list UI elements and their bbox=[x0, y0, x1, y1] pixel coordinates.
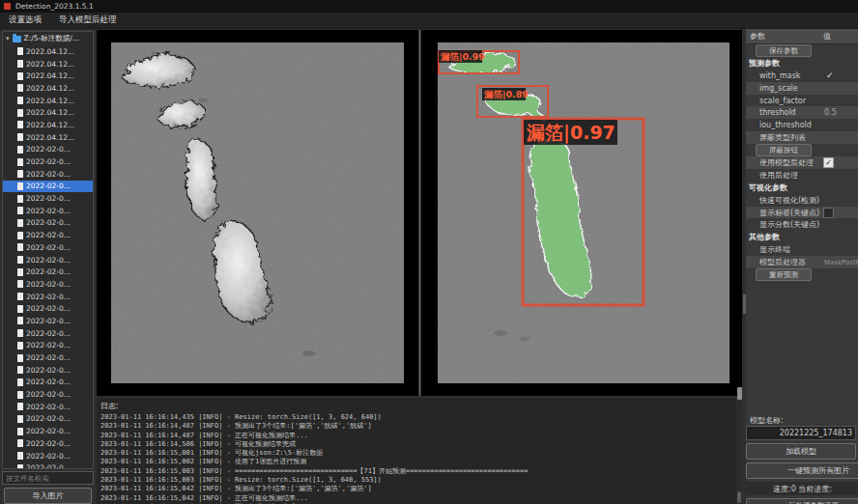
tree-item[interactable]: 2022-02-0... bbox=[3, 278, 93, 291]
param-row[interactable]: threshold0.5 bbox=[746, 106, 858, 119]
file-icon bbox=[17, 146, 23, 154]
model-name-field[interactable]: 20221225_174813 bbox=[746, 426, 856, 440]
param-row[interactable]: 显示终端 bbox=[746, 243, 858, 256]
tree-item[interactable]: 2022-02-0... bbox=[3, 413, 93, 426]
original-image-panel[interactable] bbox=[97, 30, 418, 396]
tree-item[interactable]: 2022-02-0... bbox=[3, 302, 93, 315]
file-icon bbox=[17, 329, 23, 337]
tree-item[interactable]: 2022-02-0... bbox=[3, 241, 93, 254]
tree-item[interactable]: 2022-02-0... bbox=[3, 377, 93, 389]
file-icon bbox=[17, 47, 23, 55]
tree-item[interactable]: 2022-02-0... bbox=[3, 291, 93, 303]
file-tree-panel: ▾ Z:/5-标注数据/... 2022.04.12...2022.04.12.… bbox=[2, 31, 94, 469]
tree-item-label: 2022-02-0... bbox=[26, 293, 71, 301]
tree-item[interactable]: 2022.04.12... bbox=[3, 58, 93, 70]
param-button[interactable]: 保存参数 bbox=[756, 44, 812, 57]
tree-item-label: 2022-02-0... bbox=[26, 353, 71, 362]
param-button[interactable]: 屏蔽按钮 bbox=[756, 144, 812, 156]
load-model-button[interactable]: 加载模型 bbox=[746, 443, 856, 460]
tree-item[interactable]: 2022-02-0 bbox=[3, 462, 93, 469]
param-label: 模型后处理器 bbox=[759, 257, 806, 267]
tree-item[interactable]: 2022.04.12... bbox=[3, 106, 93, 119]
tree-root[interactable]: ▾ Z:/5-标注数据/... bbox=[3, 32, 93, 45]
menu-import-postprocess[interactable]: 导入模型后处理 bbox=[50, 14, 126, 26]
tree-item[interactable]: 2022-02-0... bbox=[3, 229, 93, 241]
tree-item[interactable]: 2022-02-0... bbox=[3, 205, 93, 217]
file-icon bbox=[17, 195, 23, 203]
param-row[interactable]: 使用模型后处理✓ bbox=[746, 156, 858, 169]
log-line: 2023-01-11 16:16:15,002 |INFO| - 使用了1张图片… bbox=[97, 458, 742, 466]
param-row[interactable]: scale_factor bbox=[746, 95, 858, 107]
tree-item[interactable]: 2022-02-0... bbox=[3, 217, 93, 230]
param-row[interactable]: 显示标签(关键点) bbox=[746, 207, 858, 219]
param-label: 显示分数(关键点) bbox=[759, 219, 819, 230]
log-scrollbar[interactable] bbox=[736, 398, 742, 504]
log-title: 日志: bbox=[100, 401, 742, 411]
tree-item[interactable]: 2022-02-0... bbox=[3, 327, 93, 340]
param-label: img_scale bbox=[759, 84, 798, 93]
prediction-image-panel[interactable]: 漏箔|0.99 漏箔|0.89 漏箔|0.97 bbox=[421, 30, 742, 396]
tree-item[interactable]: 2022-02-0... bbox=[3, 144, 93, 156]
param-row[interactable]: 快速可视化(检测) bbox=[746, 194, 858, 207]
viewer-divider bbox=[419, 30, 420, 396]
tree-item[interactable]: 2022.04.12... bbox=[3, 119, 93, 131]
tree-item[interactable]: 2022-02-0... bbox=[3, 351, 93, 364]
tree-item-label: 2022-02-0... bbox=[26, 439, 71, 448]
import-images-button[interactable]: 导入图片 bbox=[4, 488, 92, 504]
file-icon bbox=[17, 452, 23, 460]
file-icon bbox=[17, 121, 23, 128]
splitter-handle[interactable] bbox=[737, 387, 742, 400]
tree-item[interactable]: 2022-02-0... bbox=[3, 155, 93, 168]
param-button-row: 屏蔽按钮 bbox=[746, 144, 858, 156]
tree-item[interactable]: 2022-02-0... bbox=[3, 364, 93, 377]
tree-item[interactable]: 2022-02-0... bbox=[3, 450, 93, 462]
param-button[interactable]: 重新预测 bbox=[756, 268, 812, 281]
postprocess-settings-button[interactable]: 后处理参数设置 bbox=[746, 498, 858, 504]
value-column-header: 值 bbox=[823, 31, 831, 42]
tree-item[interactable]: 2022-02-0... bbox=[3, 254, 93, 266]
tree-item-label: 2022.04.12... bbox=[26, 71, 74, 80]
param-row[interactable]: 显示分数(关键点) bbox=[746, 218, 858, 231]
check-icon: ✓ bbox=[826, 70, 834, 80]
tree-item[interactable]: 2022.04.12... bbox=[3, 95, 93, 107]
log-scrollbar-thumb[interactable] bbox=[737, 491, 741, 503]
tree-item[interactable]: 2022-02-0... bbox=[3, 168, 93, 181]
tree-item[interactable]: 2022.04.12... bbox=[3, 82, 93, 95]
tree-item[interactable]: 2022-02-0... bbox=[3, 437, 93, 450]
predict-all-button[interactable]: 一键预测所有图片 bbox=[746, 462, 858, 479]
tree-item[interactable]: 2022-02-0... bbox=[3, 192, 93, 205]
tree-item-label: 2022-02-0... bbox=[26, 207, 71, 215]
tree-item-label: 2022-02-0... bbox=[26, 194, 71, 203]
tree-item[interactable]: 2022-02-0... bbox=[3, 315, 93, 327]
param-row[interactable]: img_scale bbox=[746, 82, 858, 95]
param-row[interactable]: 屏蔽类型列表 bbox=[746, 131, 858, 144]
detection-label-text: 漏箔|0.97 bbox=[526, 122, 615, 144]
param-table-header: 参数 值 bbox=[746, 29, 858, 44]
file-icon bbox=[17, 97, 23, 104]
file-icon bbox=[17, 366, 23, 374]
tree-item[interactable]: 2022.04.12... bbox=[3, 45, 93, 58]
param-row[interactable]: 模型后处理器MaskPostPro bbox=[746, 256, 858, 268]
checkbox-checked[interactable]: ✓ bbox=[823, 157, 834, 168]
param-row[interactable]: iou_threshold bbox=[746, 119, 858, 131]
checkbox-unchecked[interactable] bbox=[823, 208, 834, 218]
param-row[interactable]: with_mask✓ bbox=[746, 70, 858, 82]
file-icon bbox=[17, 317, 23, 324]
tree-item[interactable]: 2022-02-0... bbox=[3, 340, 93, 352]
tree-item[interactable]: 2022.04.12... bbox=[3, 70, 93, 82]
expand-arrow-icon[interactable]: ▾ bbox=[6, 35, 10, 42]
file-icon bbox=[17, 158, 23, 166]
log-line: 2023-01-11 16:16:14,487 |INFO| - 正在可视化预测… bbox=[97, 432, 742, 440]
tree-item-label: 2022-02-0... bbox=[26, 231, 71, 239]
file-icon bbox=[17, 305, 23, 313]
tree-item[interactable]: 2022-02-0... bbox=[3, 425, 93, 437]
menu-settings[interactable]: 设置选项 bbox=[0, 14, 50, 26]
tree-item[interactable]: 2022-02-0... bbox=[3, 266, 93, 278]
tree-item[interactable]: 2022-02-0... bbox=[3, 181, 93, 193]
filename-search-input[interactable] bbox=[2, 471, 94, 485]
tree-item[interactable]: 2022-02-0... bbox=[3, 388, 93, 401]
param-row[interactable]: 使用后处理 bbox=[746, 169, 858, 182]
param-label: 其他参数 bbox=[749, 232, 780, 242]
tree-item[interactable]: 2022.04.12... bbox=[3, 131, 93, 144]
tree-item[interactable]: 2022-02-0... bbox=[3, 401, 93, 413]
